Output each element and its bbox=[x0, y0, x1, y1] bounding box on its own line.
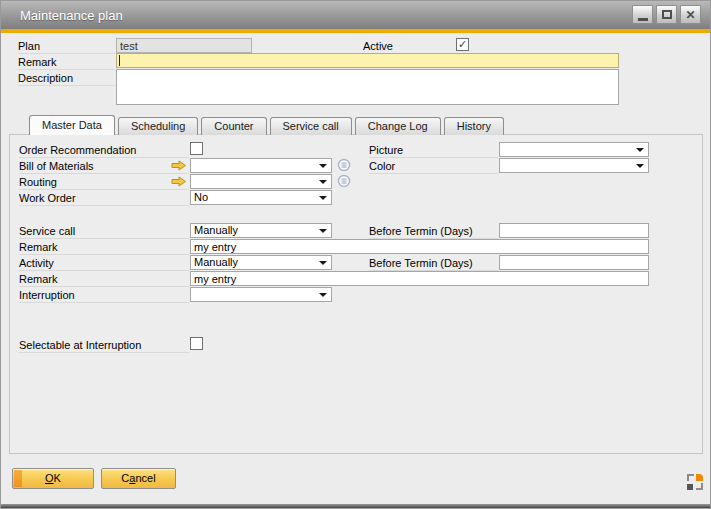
tab-change-log[interactable]: Change Log bbox=[355, 117, 441, 135]
description-field[interactable] bbox=[116, 69, 619, 105]
tab-service-call[interactable]: Service call bbox=[270, 117, 352, 135]
tab-counter[interactable]: Counter bbox=[201, 117, 266, 135]
service-call-label: Service call bbox=[19, 224, 189, 239]
chevron-down-icon bbox=[319, 180, 327, 184]
choose-from-list-icon[interactable] bbox=[337, 174, 351, 188]
grip-square-orange bbox=[696, 474, 703, 481]
minimize-icon bbox=[638, 18, 648, 21]
picture-label: Picture bbox=[369, 143, 498, 158]
chevron-down-icon bbox=[636, 164, 644, 168]
interruption-label: Interruption bbox=[19, 288, 189, 303]
text-caret bbox=[119, 55, 120, 66]
link-arrow-icon[interactable] bbox=[171, 176, 187, 187]
before-termin-days-field[interactable] bbox=[499, 255, 649, 270]
default-button-stripe bbox=[14, 470, 22, 487]
activity-value: Manually bbox=[194, 256, 238, 268]
remark-label: Remark bbox=[18, 55, 115, 70]
maximize-icon bbox=[662, 10, 672, 19]
selectable-at-interruption-checkbox[interactable] bbox=[190, 337, 203, 350]
chevron-down-icon bbox=[319, 196, 327, 200]
activity-remark-label: Remark bbox=[19, 272, 189, 287]
activity-remark-field[interactable] bbox=[190, 271, 649, 286]
master-data-panel: Order Recommendation Picture Bill of Mat… bbox=[9, 134, 703, 454]
before-termin-days-label: Before Termin (Days) bbox=[369, 256, 498, 271]
selectable-at-interruption-label: Selectable at Interruption bbox=[19, 338, 189, 353]
chevron-down-icon bbox=[319, 164, 327, 168]
resize-grip-icon[interactable] bbox=[687, 474, 703, 490]
window-bottom-edge bbox=[1, 504, 710, 508]
tab-master-data[interactable]: Master Data bbox=[29, 115, 115, 135]
close-button[interactable]: ✕ bbox=[680, 5, 701, 24]
cancel-button[interactable]: Cancel bbox=[101, 468, 176, 489]
work-order-label: Work Order bbox=[19, 191, 189, 206]
work-order-dropdown[interactable]: No bbox=[190, 190, 332, 205]
order-recommendation-label: Order Recommendation bbox=[19, 143, 189, 158]
remark-field[interactable] bbox=[116, 53, 619, 68]
active-checkbox[interactable]: ✓ bbox=[456, 38, 469, 51]
plan-field[interactable] bbox=[116, 38, 252, 53]
picture-dropdown[interactable] bbox=[499, 142, 649, 157]
cancel-label-rest: ncel bbox=[135, 472, 155, 484]
grip-square-gray bbox=[687, 484, 693, 490]
maximize-button[interactable] bbox=[656, 5, 677, 24]
routing-dropdown[interactable] bbox=[190, 174, 332, 189]
activity-dropdown[interactable]: Manually bbox=[190, 255, 332, 270]
chevron-down-icon bbox=[319, 229, 327, 233]
plan-label: Plan bbox=[18, 39, 115, 54]
work-order-value: No bbox=[194, 191, 208, 203]
color-label: Color bbox=[369, 159, 498, 174]
accent-line bbox=[1, 29, 710, 33]
activity-label: Activity bbox=[19, 256, 189, 271]
ok-button[interactable]: OK bbox=[12, 468, 94, 489]
titlebar[interactable]: Maintenance plan ✕ bbox=[1, 1, 710, 29]
before-termin-days-label: Before Termin (Days) bbox=[369, 224, 498, 239]
tab-history[interactable]: History bbox=[444, 117, 504, 135]
chevron-down-icon bbox=[319, 293, 327, 297]
before-termin-days-field[interactable] bbox=[499, 223, 649, 238]
service-remark-label: Remark bbox=[19, 240, 189, 255]
service-remark-field[interactable] bbox=[190, 239, 649, 254]
order-recommendation-checkbox[interactable] bbox=[190, 142, 203, 155]
tab-scheduling[interactable]: Scheduling bbox=[118, 117, 198, 135]
maintenance-plan-window: Maintenance plan ✕ Plan Active ✓ Remark … bbox=[0, 0, 711, 509]
minimize-button[interactable] bbox=[632, 5, 653, 24]
ok-label-key: O bbox=[45, 472, 54, 484]
interruption-dropdown[interactable] bbox=[190, 287, 332, 302]
service-call-value: Manually bbox=[194, 224, 238, 236]
tab-bar: Master Data Scheduling Counter Service c… bbox=[29, 115, 504, 135]
color-dropdown[interactable] bbox=[499, 158, 649, 173]
active-label: Active bbox=[363, 39, 453, 54]
choose-from-list-icon[interactable] bbox=[337, 158, 351, 172]
routing-label: Routing bbox=[19, 175, 189, 190]
chevron-down-icon bbox=[636, 148, 644, 152]
chevron-down-icon bbox=[319, 261, 327, 265]
grip-corner-topleft bbox=[687, 474, 694, 481]
description-label: Description bbox=[18, 71, 115, 86]
bill-of-materials-label: Bill of Materials bbox=[19, 159, 189, 174]
close-icon: ✕ bbox=[685, 9, 695, 21]
service-call-dropdown[interactable]: Manually bbox=[190, 223, 332, 238]
link-arrow-icon[interactable] bbox=[171, 160, 187, 171]
ok-label-rest: K bbox=[54, 472, 61, 484]
window-title: Maintenance plan bbox=[20, 8, 123, 23]
window-controls: ✕ bbox=[632, 5, 701, 24]
grip-corner-bottomright bbox=[696, 483, 703, 490]
bill-of-materials-dropdown[interactable] bbox=[190, 158, 332, 173]
check-icon: ✓ bbox=[458, 38, 467, 50]
